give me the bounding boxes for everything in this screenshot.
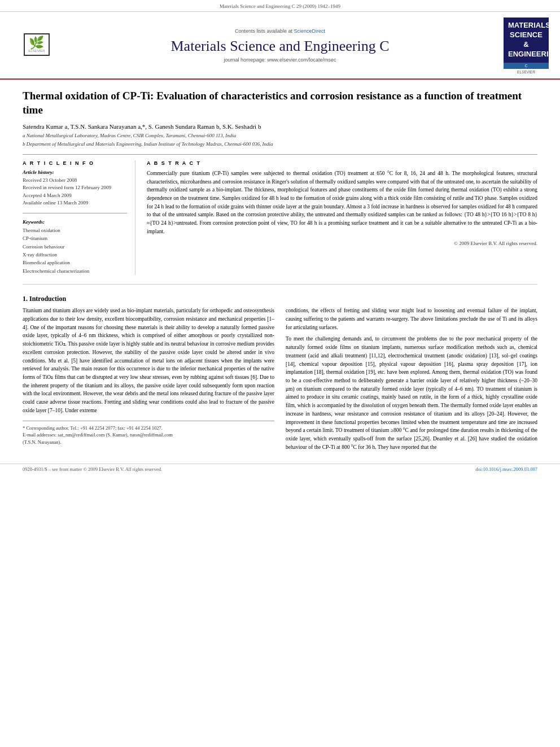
abstract-col: A B S T R A C T Commercially pure titani… (147, 160, 537, 275)
affiliation-2: b Department of Metallurgical and Materi… (23, 141, 537, 148)
affiliation-1: a National Metallurgical Laboratory, Mad… (23, 132, 537, 140)
keyword-1: Thermal oxidation (23, 226, 127, 234)
sciencedirect-link[interactable]: ScienceDirect (294, 28, 326, 34)
abstract-label: A B S T R A C T (147, 160, 537, 166)
article-content: Thermal oxidation of CP-Ti: Evaluation o… (0, 80, 560, 285)
intro-para-1: Titanium and titanium alloys are widely … (23, 307, 274, 414)
keyword-5: Biomedical application (23, 259, 127, 267)
footnote-area: * Corresponding author. Tel.: +91 44 225… (23, 421, 274, 446)
divider (23, 154, 537, 155)
article-title: Thermal oxidation of CP-Ti: Evaluation o… (23, 89, 537, 117)
body-content: 1. Introduction Titanium and titanium al… (0, 285, 560, 464)
journal-homepage: journal homepage: www.elsevier.com/locat… (62, 57, 498, 63)
keywords-title: Keywords: (23, 219, 127, 225)
logo-box: 🌿 ELSEVIER (24, 33, 49, 56)
journal-img-right: MATERIALSSCIENCE &ENGINEERING C ELSEVIER (498, 18, 549, 74)
contents-available: Contents lists available at ScienceDirec… (62, 28, 498, 34)
section1-heading: 1. Introduction (23, 295, 537, 303)
intro-para-right-1: conditions, the effects of fretting and … (286, 307, 537, 331)
keyword-2: CP-titanium (23, 234, 127, 242)
received-date: Received 23 October 2008 (23, 177, 127, 185)
copyright: © 2009 Elsevier B.V. All rights reserved… (147, 241, 537, 246)
keywords-section: Keywords: Thermal oxidation CP-titanium … (23, 219, 127, 275)
footer-bar: 0928-4931/$ – see front matter © 2009 El… (0, 464, 560, 474)
mse-badge-sub: C (504, 63, 549, 69)
journal-name: Materials Science and Engineering C (62, 37, 498, 55)
footnote-asterisk: * Corresponding author. Tel.: +91 44 225… (23, 425, 274, 432)
elsevier-sub: ELSEVIER (504, 70, 549, 74)
body-col-left: Titanium and titanium alloys are widely … (23, 307, 274, 455)
keyword-6: Electrochemical characterization (23, 267, 127, 275)
info-divider (23, 213, 127, 213)
journal-header: 🌿 ELSEVIER Contents lists available at S… (0, 12, 560, 80)
elsevier-logo: 🌿 ELSEVIER (11, 33, 62, 58)
mse-title: MATERIALSSCIENCE &ENGINEERING (508, 21, 559, 58)
article-info-abstract-row: A R T I C L E I N F O Article history: R… (23, 160, 537, 275)
accepted-date: Accepted 4 March 2009 (23, 192, 127, 200)
mse-badge: MATERIALSSCIENCE &ENGINEERING (504, 18, 549, 63)
footnote-email: E-mail addresses: sat_nm@rediffmail.com … (23, 431, 274, 439)
intro-para-right-2: To meet the challenging demands and, to … (286, 335, 537, 451)
journal-title-center: Contents lists available at ScienceDirec… (62, 28, 498, 63)
history-title: Article history: (23, 169, 127, 175)
online-date: Available online 13 March 2009 (23, 199, 127, 207)
authors: Satendra Kumar a, T.S.N. Sankara Narayan… (23, 123, 537, 130)
article-info-label: A R T I C L E I N F O (23, 160, 127, 166)
body-two-col: Titanium and titanium alloys are widely … (23, 307, 537, 455)
article-info-col: A R T I C L E I N F O Article history: R… (23, 160, 135, 275)
top-bar: Materials Science and Engineering C 29 (… (0, 0, 560, 12)
body-col-right: conditions, the effects of fretting and … (286, 307, 537, 455)
footer-issn: 0928-4931/$ – see front matter © 2009 El… (23, 466, 162, 472)
footer-doi: doi:10.1016/j.msec.2009.03.007 (475, 466, 537, 472)
article-history: Article history: Received 23 October 200… (23, 169, 127, 207)
keyword-4: X-ray diffraction (23, 251, 127, 259)
elsevier-tree-icon: 🌿 (28, 37, 45, 49)
keyword-3: Corrosion behaviour (23, 243, 127, 251)
footnote-name: (T.S.N. Narayanan). (23, 439, 274, 446)
revised-date: Received in revised form 12 February 200… (23, 184, 127, 192)
abstract-text: Commercially pure titanium (CP-Ti) sampl… (147, 169, 537, 236)
journal-citation: Materials Science and Engineering C 29 (… (220, 3, 340, 9)
